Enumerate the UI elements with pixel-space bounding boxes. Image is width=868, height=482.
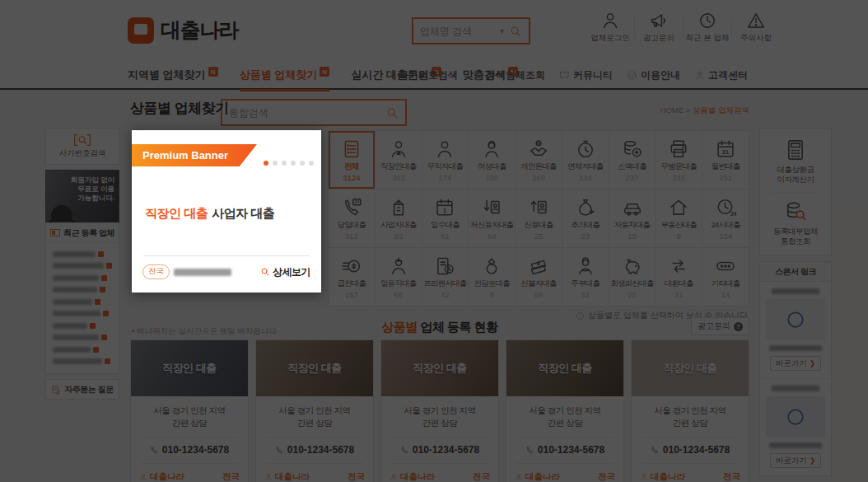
banner-dot[interactable] bbox=[282, 161, 287, 166]
banner-footer: 전국 상세보기 bbox=[142, 264, 310, 279]
premium-banner-ribbon: Premium Banner bbox=[132, 144, 257, 166]
banner-title: 직장인 대출사업자 대출 bbox=[145, 206, 274, 222]
banner-detail-button[interactable]: 상세보기 bbox=[260, 265, 310, 279]
banner-dot[interactable] bbox=[264, 161, 268, 166]
premium-banner[interactable]: Premium Banner 직장인 대출사업자 대출 전국 상세보기 bbox=[132, 130, 321, 292]
banner-company-name-blurred bbox=[174, 269, 231, 276]
dim-overlay[interactable] bbox=[0, 0, 868, 482]
banner-dot[interactable] bbox=[300, 161, 305, 166]
banner-region-badge: 전국 bbox=[142, 264, 170, 279]
banner-dot[interactable] bbox=[273, 161, 278, 166]
search-icon bbox=[260, 267, 270, 277]
banner-pagination-dots bbox=[264, 161, 314, 166]
banner-dot[interactable] bbox=[291, 161, 296, 166]
banner-dot[interactable] bbox=[309, 161, 314, 166]
banner-divider bbox=[143, 255, 310, 256]
